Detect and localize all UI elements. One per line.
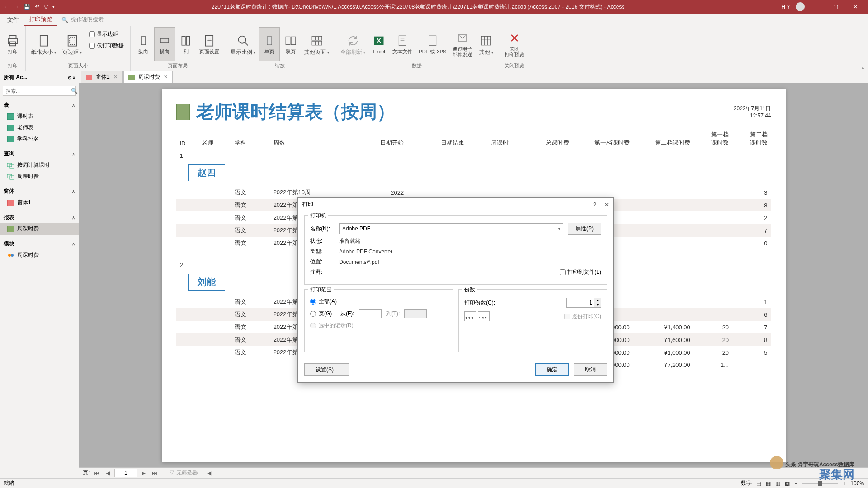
- tell-me-search[interactable]: 🔍 操作说明搜索: [61, 16, 104, 23]
- other-export-button[interactable]: 其他 ▾: [476, 27, 496, 61]
- text-icon: [395, 33, 410, 48]
- nav-item-query1[interactable]: 按周计算课时: [0, 160, 79, 171]
- setup-button[interactable]: 设置(S)...: [304, 363, 349, 376]
- close-tab-icon[interactable]: ✕: [113, 74, 118, 80]
- text-file-button[interactable]: 文本文件: [390, 27, 415, 61]
- paper-size-button[interactable]: 纸张大小 ▾: [28, 27, 59, 61]
- view-layout-icon[interactable]: ▥: [775, 480, 780, 487]
- page-input[interactable]: [114, 469, 137, 477]
- copies-spinner[interactable]: ▲▼: [566, 298, 601, 308]
- margins-button[interactable]: 页边距 ▾: [60, 27, 85, 61]
- nav-group-tables[interactable]: 表⋏: [0, 99, 79, 111]
- zoom-button[interactable]: 显示比例 ▾: [228, 27, 258, 61]
- fwd-icon[interactable]: →: [14, 4, 19, 10]
- spin-down-button[interactable]: ▼: [594, 303, 601, 307]
- nav-item-table3[interactable]: 学科排名: [0, 133, 79, 145]
- filter-icon[interactable]: ▽: [44, 4, 48, 10]
- printer-select[interactable]: Adobe PDF▾: [339, 223, 563, 234]
- view-report-icon[interactable]: ▤: [756, 480, 761, 487]
- print-to-file-checkbox[interactable]: 打印到文件(L): [560, 268, 601, 276]
- user-name[interactable]: H Y: [781, 4, 790, 10]
- nav-item-query2[interactable]: 周课时费: [0, 171, 79, 182]
- module-icon: [7, 252, 14, 258]
- nav-item-table2[interactable]: 老师表: [0, 122, 79, 133]
- undo-icon[interactable]: ↶: [35, 4, 39, 10]
- menu-print-preview[interactable]: 打印预览: [24, 14, 57, 26]
- tab-report[interactable]: 周课时费✕: [123, 71, 173, 83]
- report-date: 2022年7月11日: [734, 105, 771, 113]
- zoom-slider[interactable]: [802, 483, 838, 484]
- collate-checkbox[interactable]: 逐份打印(O): [564, 313, 601, 320]
- cancel-button[interactable]: 取消: [574, 363, 607, 376]
- nav-search[interactable]: 🔍: [3, 86, 76, 96]
- avatar[interactable]: [796, 2, 805, 11]
- columns-button[interactable]: 列: [176, 27, 196, 61]
- ribbon-collapse-icon[interactable]: ⋏: [861, 65, 864, 70]
- search-input[interactable]: [3, 88, 71, 94]
- properties-button[interactable]: 属性(P): [568, 223, 601, 235]
- page-navigator: 页: ⏮ ◀ ▶ ⏭ ▽ 无筛选器 ◀: [79, 467, 868, 478]
- nav-group-queries[interactable]: 查询⋏: [0, 148, 79, 160]
- nav-item-table1[interactable]: 课时表: [0, 111, 79, 122]
- next-page-button[interactable]: ▶: [140, 470, 147, 476]
- first-page-button[interactable]: ⏮: [92, 470, 101, 476]
- print-data-only-checkbox[interactable]: 仅打印数据: [87, 41, 126, 51]
- help-button[interactable]: ?: [593, 202, 596, 208]
- zoom-out-button[interactable]: −: [794, 480, 797, 487]
- nav-item-form1[interactable]: 窗体1: [0, 197, 79, 208]
- range-selected-radio[interactable]: 选中的记录(R): [310, 322, 447, 329]
- search-icon[interactable]: 🔍: [71, 88, 78, 94]
- one-page-button[interactable]: 单页: [259, 27, 280, 61]
- view-design-icon[interactable]: ▧: [785, 480, 790, 487]
- refresh-icon: [346, 33, 360, 48]
- range-all-radio[interactable]: 全部(A): [310, 298, 447, 305]
- type-value: Adobe PDF Converter: [339, 249, 392, 255]
- two-pages-button[interactable]: 双页: [281, 27, 301, 61]
- tab-form1[interactable]: 窗体1✕: [81, 71, 123, 83]
- close-preview-button[interactable]: 关闭 打印预览: [502, 27, 527, 61]
- close-button[interactable]: ✕: [846, 1, 864, 13]
- last-page-button[interactable]: ⏭: [150, 470, 159, 476]
- nav-item-module1[interactable]: 周课时费: [0, 249, 79, 261]
- scroll-left-button[interactable]: ◀: [205, 470, 213, 476]
- svg-rect-7: [160, 38, 169, 43]
- back-icon[interactable]: ←: [4, 4, 9, 10]
- save-icon[interactable]: 💾: [24, 4, 30, 10]
- ok-button[interactable]: 确定: [535, 363, 569, 376]
- view-print-icon[interactable]: ▦: [766, 480, 771, 487]
- svg-rect-26: [399, 36, 406, 46]
- print-button[interactable]: 打印: [3, 27, 23, 61]
- dialog-close-button[interactable]: ✕: [604, 202, 609, 208]
- from-page-input[interactable]: [359, 309, 382, 318]
- to-page-input[interactable]: [404, 309, 427, 318]
- nav-group-reports[interactable]: 报表⋏: [0, 212, 79, 223]
- zoom-in-button[interactable]: +: [843, 480, 846, 487]
- email-button[interactable]: 通过电子 邮件发送: [450, 27, 475, 61]
- titlebar: ← → 💾 ↶ ▽ ▾ 220711老师课时费统计 : 数据库- D:\OneD…: [0, 0, 868, 14]
- nav-group-modules[interactable]: 模块⋏: [0, 238, 79, 249]
- pdf-button[interactable]: PDF 或 XPS: [416, 27, 449, 61]
- minimize-button[interactable]: —: [807, 1, 825, 13]
- table-icon: [7, 125, 14, 131]
- margins-icon: [65, 33, 80, 48]
- copies-input[interactable]: [567, 300, 594, 306]
- show-margins-checkbox[interactable]: 显示边距: [87, 29, 126, 39]
- refresh-all-button[interactable]: 全部刷新 ▾: [338, 27, 368, 61]
- excel-button[interactable]: XExcel: [369, 27, 389, 61]
- portrait-button[interactable]: 纵向: [133, 27, 153, 61]
- maximize-button[interactable]: ▢: [826, 1, 844, 13]
- zoom-icon: [236, 33, 250, 48]
- range-pages-radio[interactable]: 页(G) 从(F):到(T):: [310, 309, 447, 318]
- nav-header[interactable]: 所有 Ac...⊙ «: [0, 71, 79, 84]
- spin-up-button[interactable]: ▲: [594, 298, 601, 303]
- close-tab-icon[interactable]: ✕: [164, 74, 168, 80]
- filter-indicator: ▽ 无筛选器: [169, 469, 198, 477]
- landscape-button[interactable]: 横向: [154, 27, 175, 61]
- report-title: 老师课时结算表（按周）: [196, 99, 395, 124]
- nav-group-forms[interactable]: 窗体⋏: [0, 186, 79, 197]
- nav-item-report1[interactable]: 周课时费: [0, 223, 79, 235]
- more-pages-button[interactable]: 其他页面 ▾: [302, 27, 332, 61]
- prev-page-button[interactable]: ◀: [104, 470, 112, 476]
- menu-file[interactable]: 文件: [3, 14, 24, 26]
- page-setup-button[interactable]: 页面设置: [197, 27, 222, 61]
